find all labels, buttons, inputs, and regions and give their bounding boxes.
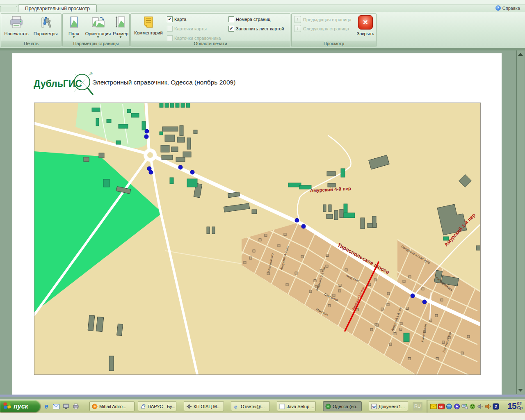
checkbox-box-icon[interactable]: ✓	[228, 26, 234, 32]
map-building-green	[344, 213, 355, 218]
start-label: пуск	[14, 403, 28, 410]
map-building	[476, 246, 480, 250]
checkbox-карта[interactable]: ✓Карта	[167, 16, 221, 22]
taskbar-button-1[interactable]: БПАРУС - Бу...	[138, 401, 176, 411]
print-settings-label: Параметры	[34, 31, 58, 36]
tray-icons: ATI?2	[430, 403, 500, 410]
kp-icon	[186, 404, 192, 409]
margins-button[interactable]: Поля ▼	[64, 14, 83, 39]
taskbar-button-label: ПАРУС - Бу...	[148, 404, 176, 409]
antivirus-icon[interactable]	[469, 403, 476, 410]
volume-icon[interactable]	[485, 403, 491, 410]
taskbar-button-3[interactable]: eОтветы@...	[231, 401, 270, 411]
checkbox-label: Заполнить лист картой	[236, 26, 284, 31]
close-label: Закрыть	[357, 31, 374, 36]
scroll-down-icon[interactable]	[518, 389, 523, 392]
globe-icon[interactable]	[446, 403, 452, 410]
help-label: Справка	[502, 6, 520, 11]
arrow-up-icon: ↑	[294, 16, 301, 23]
network-icon[interactable]	[461, 403, 468, 410]
checkbox-заполнить-лист-картой[interactable]: ✓Заполнить лист картой	[228, 26, 284, 32]
map-building	[334, 210, 338, 220]
map-building	[212, 227, 215, 234]
checkbox-box-icon[interactable]	[228, 16, 234, 22]
map-poi-dot[interactable]	[147, 167, 151, 171]
map-building	[326, 214, 333, 219]
help-button[interactable]: ? Справка	[495, 5, 520, 11]
map-building-green	[176, 103, 179, 107]
size-button[interactable]: Размер ▼	[112, 14, 129, 39]
map-building-green	[107, 119, 111, 123]
system-tray: ATI?2 15 02 Ср	[427, 400, 525, 413]
vertical-scrollbar[interactable]	[516, 50, 524, 394]
map-building-green	[170, 103, 174, 107]
printer-shortcut-icon[interactable]	[72, 403, 80, 410]
print-button-label: Напечатать	[5, 31, 29, 36]
clock-hour: 15	[507, 401, 516, 411]
bolt-icon[interactable]	[454, 403, 460, 410]
mail-shortcut-icon[interactable]	[52, 403, 60, 410]
language-indicator[interactable]: RU	[413, 402, 422, 411]
mail-icon[interactable]	[430, 403, 437, 410]
map-poi-dot[interactable]	[422, 300, 427, 304]
map-building	[99, 153, 104, 158]
orientation-button[interactable]: Ориентация ▼	[84, 14, 112, 39]
map-building	[84, 157, 89, 162]
ati-icon[interactable]: ATI	[438, 403, 445, 410]
scroll-up-icon[interactable]	[518, 53, 523, 56]
taskbar-button-2[interactable]: КП ОІАЦ М...	[184, 401, 224, 411]
map-building-green	[92, 108, 100, 112]
tab-stub[interactable]	[0, 6, 17, 13]
map-building-green	[103, 179, 110, 187]
taskbar-button-4[interactable]: Java Setup ...	[277, 401, 316, 411]
checkbox-карточки-справочника: Карточки справочника	[167, 35, 221, 41]
map-building-green	[131, 113, 139, 117]
margins-icon	[68, 16, 79, 30]
qip-icon	[92, 404, 98, 409]
group-label-page-setup: Параметры страницы	[63, 41, 129, 47]
close-button[interactable]: × Закрыть	[355, 14, 376, 36]
tab-print-preview[interactable]: Предварительный просмотр	[18, 5, 97, 12]
ribbon-group-print-areas: Комментарий ✓КартаКарточки картыКарточки…	[130, 13, 290, 47]
map-poi-dot[interactable]	[149, 170, 153, 174]
orientation-dropdown-icon: ▼	[96, 36, 100, 39]
dublgis-logo: ДубльГИС ®	[33, 71, 95, 97]
start-button[interactable]: пуск	[0, 400, 40, 412]
map-poi-dot[interactable]	[145, 129, 149, 133]
taskbar-button-5[interactable]: Одесса (но...	[323, 401, 362, 411]
map-building	[109, 356, 114, 371]
logo-registered-mark: ®	[90, 72, 93, 76]
map-poi-dot[interactable]	[190, 170, 194, 174]
map-building	[162, 127, 178, 131]
map-building	[171, 147, 178, 152]
comment-button[interactable]: Комментарий	[132, 14, 164, 35]
next-page-label: Следующая страница	[303, 26, 349, 31]
map-poi-dot[interactable]	[411, 294, 415, 298]
taskbar-clock[interactable]: 15 02 Ср	[507, 401, 523, 411]
next-page-button[interactable]: ↓ Следующая страница	[294, 25, 349, 32]
checkbox-номера-страниц[interactable]: Номера страниц	[228, 16, 284, 22]
map-poi-dot[interactable]	[301, 224, 306, 228]
svg-text:W: W	[372, 405, 376, 409]
map-building-green	[186, 103, 190, 107]
map-building	[117, 324, 123, 336]
screen-bottom-strip	[0, 413, 525, 420]
svg-text:e: e	[234, 404, 237, 409]
map-building-green	[116, 141, 121, 144]
map-building	[176, 158, 185, 162]
print-button[interactable]: Напечатать	[3, 14, 30, 36]
show-desktop-icon[interactable]	[62, 403, 70, 410]
previous-page-button[interactable]: ↑ Предыдущая страница	[294, 16, 352, 23]
two-icon[interactable]: 2	[493, 403, 499, 410]
tools-icon	[38, 16, 53, 30]
map-poi-dot[interactable]	[295, 218, 299, 222]
taskbar-button-0[interactable]: Mihail Adiro...	[89, 401, 135, 411]
audio-icon[interactable]: ?	[477, 403, 484, 410]
taskbar-button-6[interactable]: WДокумент1...	[369, 401, 408, 411]
map-poi-dot[interactable]	[144, 135, 148, 139]
map-building	[329, 205, 331, 212]
internet-explorer-icon[interactable]: e	[43, 403, 50, 410]
print-settings-button[interactable]: Параметры	[32, 14, 59, 36]
checkbox-box-icon[interactable]: ✓	[167, 16, 173, 22]
map-poi-dot[interactable]	[178, 165, 183, 169]
